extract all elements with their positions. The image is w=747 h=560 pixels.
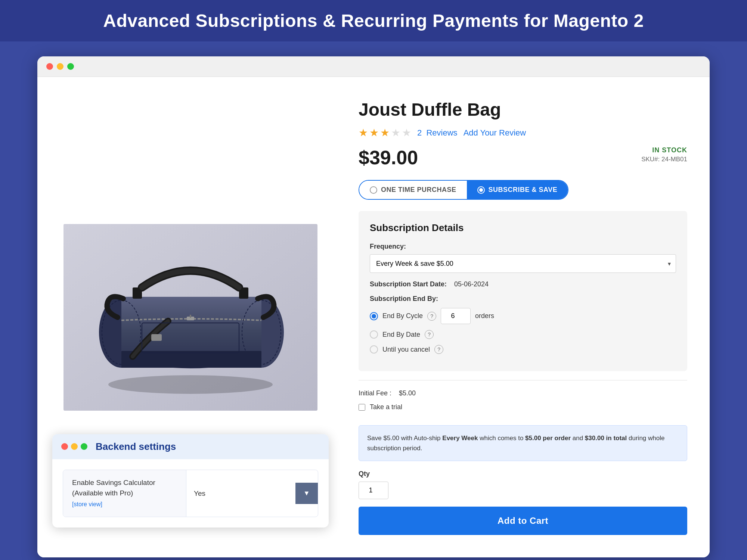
backend-title: Backend settings <box>96 441 176 452</box>
page-header: Advanced Subscriptions & Recurring Payme… <box>0 0 747 41</box>
fee-row: Initial Fee : $5.00 <box>359 389 687 397</box>
end-by-date-help[interactable]: ? <box>425 330 434 339</box>
start-date-row: Subscription Start Date: 05-06-2024 <box>370 280 676 288</box>
star-3: ★ <box>380 127 390 139</box>
subscribe-label: SUBSCRIBE & SAVE <box>489 186 558 194</box>
backend-title-bar: Backend settings <box>52 434 329 459</box>
window-minimize-dot[interactable] <box>57 63 63 70</box>
one-time-label: ONE TIME PURCHASE <box>381 186 456 194</box>
fee-section: Initial Fee : $5.00 Take a trial <box>359 380 687 420</box>
svg-rect-7 <box>121 351 261 368</box>
backend-settings-panel: Backend settings Enable Savings Calculat… <box>52 434 329 528</box>
start-date-label: Subscription Start Date: <box>370 280 447 288</box>
browser-content: Backend settings Enable Savings Calculat… <box>37 77 710 557</box>
product-image-area: Backend settings Enable Savings Calculat… <box>37 77 344 557</box>
backend-body: Enable Savings Calculator (Available wit… <box>52 459 329 528</box>
end-by-cycle-option[interactable]: End By Cycle ? orders <box>370 308 676 324</box>
savings-total: $30.00 in total <box>585 435 627 442</box>
svg-rect-10 <box>151 334 162 341</box>
star-5: ★ <box>402 127 411 139</box>
backend-maximize-dot[interactable] <box>81 443 87 450</box>
initial-fee-label: Initial Fee : <box>359 389 391 397</box>
savings-text-1: Save $5.00 with Auto-ship <box>367 435 441 442</box>
setting-sub2: [store view] <box>72 501 102 507</box>
star-4: ★ <box>391 127 400 139</box>
star-rating: ★ ★ ★ ★ ★ <box>359 127 411 139</box>
browser-window: Backend settings Enable Savings Calculat… <box>37 56 710 557</box>
ratings-row: ★ ★ ★ ★ ★ 2 Reviews Add Your Review <box>359 127 687 139</box>
setting-value-cell: Yes <box>186 483 318 504</box>
svg-point-1 <box>108 375 273 394</box>
take-trial-label: Take a trial <box>370 403 402 411</box>
subscribe-radio <box>477 186 485 194</box>
add-review-link[interactable]: Add Your Review <box>464 128 526 138</box>
setting-sub1: (Available with Pro) <box>72 489 133 497</box>
setting-label-cell: Enable Savings Calculator (Available wit… <box>63 470 186 517</box>
end-by-date-label: End By Date <box>382 331 420 339</box>
cycle-count-input[interactable] <box>441 308 471 324</box>
qty-label: Qty <box>359 470 687 478</box>
product-price: $39.00 <box>359 146 418 169</box>
stock-status: IN STOCK <box>641 146 687 154</box>
savings-text-2: which comes to <box>480 435 523 442</box>
backend-minimize-dot[interactable] <box>71 443 78 450</box>
until-cancel-option[interactable]: Until you cancel ? <box>370 345 676 354</box>
end-by-date-radio[interactable] <box>370 330 378 339</box>
add-to-cart-button[interactable]: Add to Cart <box>359 507 687 535</box>
until-cancel-help[interactable]: ? <box>434 345 443 354</box>
backend-close-dot[interactable] <box>61 443 68 450</box>
end-by-section: Subscription End By: End By Cycle ? orde… <box>370 295 676 354</box>
start-date-value: 05-06-2024 <box>454 280 489 288</box>
product-title: Joust Duffle Bag <box>359 99 687 120</box>
qty-input[interactable] <box>359 482 388 499</box>
end-by-title: Subscription End By: <box>370 295 676 303</box>
savings-banner: Save $5.00 with Auto-ship Every Week whi… <box>359 425 687 461</box>
browser-bar <box>37 56 710 77</box>
setting-label: Enable Savings Calculator <box>72 479 155 486</box>
subscription-details-title: Subscription Details <box>370 222 676 234</box>
setting-value: Yes <box>186 483 295 504</box>
until-cancel-radio[interactable] <box>370 345 378 354</box>
stock-info: IN STOCK SKU#: 24-MB01 <box>641 146 687 163</box>
backend-setting-row: Enable Savings Calculator (Available wit… <box>63 470 318 517</box>
one-time-radio <box>370 186 377 194</box>
frequency-select[interactable]: Every Week & save $5.00 <box>370 254 676 273</box>
backend-window-dots <box>61 443 87 450</box>
savings-every: Every Week <box>442 435 478 442</box>
setting-dropdown-arrow[interactable] <box>295 483 318 504</box>
price-row: $39.00 IN STOCK SKU#: 24-MB01 <box>359 146 687 169</box>
frequency-select-wrapper: Every Week & save $5.00 ▾ <box>370 254 676 273</box>
purchase-toggle[interactable]: ONE TIME PURCHASE SUBSCRIBE & SAVE <box>359 180 568 200</box>
end-by-cycle-radio[interactable] <box>370 312 378 320</box>
take-trial-checkbox[interactable] <box>359 404 365 411</box>
end-by-date-option[interactable]: End By Date ? <box>370 330 676 339</box>
one-time-purchase-option[interactable]: ONE TIME PURCHASE <box>359 181 467 199</box>
product-image <box>63 224 317 411</box>
subscription-details: Subscription Details Frequency: Every We… <box>359 211 687 371</box>
sku-value: 24-MB01 <box>661 156 687 163</box>
until-cancel-label: Until you cancel <box>382 346 430 354</box>
star-1: ★ <box>359 127 368 139</box>
trial-row: Take a trial <box>359 403 687 411</box>
window-maximize-dot[interactable] <box>67 63 74 70</box>
savings-per-order: $5.00 per order <box>525 435 571 442</box>
sku-label: SKU#: <box>641 156 660 163</box>
savings-text-3: and <box>573 435 583 442</box>
end-by-cycle-help[interactable]: ? <box>427 312 436 321</box>
svg-rect-13 <box>190 315 191 318</box>
reviews-link[interactable]: 2 Reviews <box>417 128 458 138</box>
star-2: ★ <box>369 127 379 139</box>
product-details: Joust Duffle Bag ★ ★ ★ ★ ★ 2 Reviews Add… <box>344 77 710 557</box>
page-title: Advanced Subscriptions & Recurring Payme… <box>0 10 747 31</box>
sku: SKU#: 24-MB01 <box>641 156 687 163</box>
frequency-label: Frequency: <box>370 243 676 251</box>
end-by-cycle-label: End By Cycle <box>382 312 423 320</box>
window-close-dot[interactable] <box>46 63 53 70</box>
initial-fee-value: $5.00 <box>399 389 416 397</box>
orders-label: orders <box>475 312 494 320</box>
reviews-count: 2 <box>417 128 422 137</box>
reviews-label: Reviews <box>426 128 457 137</box>
subscribe-save-option[interactable]: SUBSCRIBE & SAVE <box>467 181 568 199</box>
